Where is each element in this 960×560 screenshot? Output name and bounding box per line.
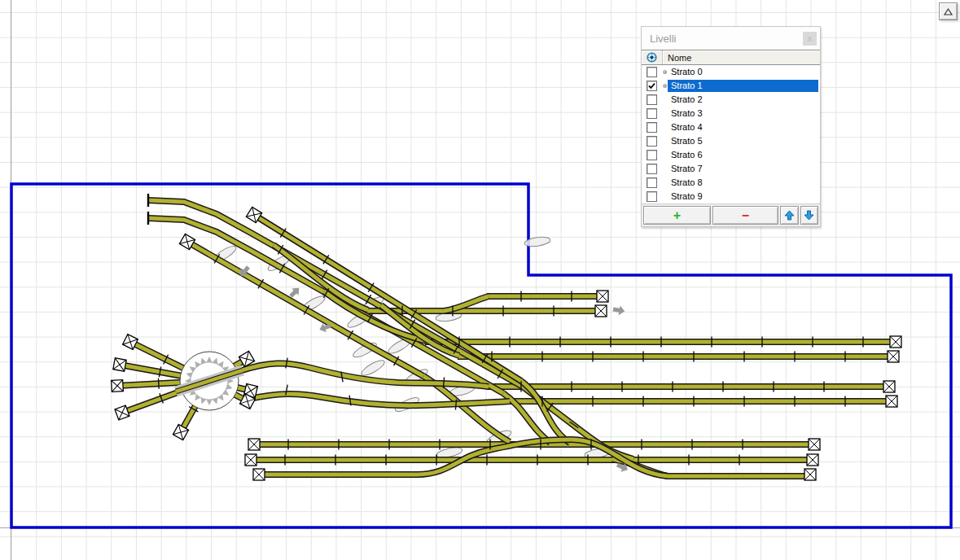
track-endpoint-icon — [112, 380, 124, 392]
layer-visibility-checkbox[interactable] — [647, 94, 657, 105]
layer-list: Strato 0Strato 1Strato 2Strato 3Strato 4… — [642, 65, 820, 203]
buffer-stop-icon — [807, 454, 818, 466]
up-arrow-icon — [784, 210, 795, 221]
layer-row-6[interactable]: Strato 6 — [642, 148, 820, 162]
scroll-up-button[interactable] — [939, 2, 958, 20]
palette-toolbar: + − — [642, 203, 820, 226]
layer-visibility-checkbox[interactable] — [647, 81, 657, 91]
up-triangle-icon — [942, 7, 954, 17]
visibility-wheel-icon — [647, 52, 657, 63]
layers-palette: Livelli x Nome Strato 0Strato 1Stra — [641, 26, 821, 227]
layer-list-header: Nome — [642, 50, 820, 65]
palette-title-bar[interactable]: Livelli x — [642, 27, 820, 50]
layer-visibility-checkbox[interactable] — [647, 108, 657, 119]
layer-row-9[interactable]: Strato 9 — [642, 190, 820, 203]
layer-row-2[interactable]: Strato 2 — [642, 93, 820, 107]
turntable — [117, 342, 251, 432]
layer-visibility-checkbox[interactable] — [647, 122, 657, 133]
layer-name-label: Strato 0 — [668, 66, 818, 78]
layer-visibility-checkbox[interactable] — [647, 177, 657, 188]
layer-visibility-checkbox[interactable] — [647, 150, 657, 160]
plus-icon: + — [673, 208, 681, 223]
buffer-stop-icon — [804, 469, 816, 480]
close-button[interactable]: x — [803, 32, 817, 46]
palette-title: Livelli — [650, 33, 803, 45]
layer-name-label: Strato 2 — [668, 94, 818, 106]
buffer-stop-icon — [809, 439, 820, 450]
layer-visibility-checkbox[interactable] — [647, 191, 657, 202]
layer-name-label: Strato 3 — [668, 107, 818, 120]
layer-row-1[interactable]: Strato 1 — [642, 79, 820, 93]
visibility-column-header[interactable] — [642, 50, 663, 64]
layer-row-5[interactable]: Strato 5 — [642, 134, 820, 148]
layer-row-8[interactable]: Strato 8 — [642, 176, 820, 190]
layer-name-label: Strato 4 — [668, 121, 818, 133]
buffer-stop-icon — [886, 396, 897, 407]
down-arrow-icon — [804, 210, 814, 221]
layer-name-label: Strato 1 — [668, 80, 818, 92]
layer-row-0[interactable]: Strato 0 — [642, 65, 820, 79]
minus-icon: − — [742, 208, 749, 223]
move-layer-down-button[interactable] — [800, 206, 819, 225]
buffer-stop-icon — [890, 336, 901, 348]
buffer-stop-icon — [888, 351, 899, 362]
layer-row-3[interactable]: Strato 3 — [642, 107, 820, 120]
move-layer-up-button[interactable] — [780, 206, 799, 225]
tracks — [148, 200, 896, 476]
buffer-stop-icon — [248, 439, 260, 450]
buffer-stop-icon — [253, 469, 265, 480]
checkmark-icon — [648, 82, 655, 90]
remove-layer-button[interactable]: − — [712, 206, 778, 225]
track-endpoint-icon — [113, 358, 126, 371]
layer-visibility-checkbox[interactable] — [647, 67, 657, 77]
layer-marker-dot-icon — [661, 70, 668, 74]
layer-row-4[interactable]: Strato 4 — [642, 120, 820, 134]
layer-row-7[interactable]: Strato 7 — [642, 162, 820, 176]
layer-visibility-checkbox[interactable] — [647, 136, 657, 147]
layer-name-label: Strato 5 — [668, 135, 818, 147]
buffer-stop-icon — [595, 305, 607, 317]
close-icon: x — [808, 33, 813, 43]
buffer-stop-icon — [883, 381, 895, 392]
buffer-stop-icon — [245, 454, 256, 466]
layer-name-label: Strato 6 — [668, 149, 818, 161]
layer-marker-dot-icon — [661, 84, 668, 88]
layer-name-label: Strato 9 — [668, 190, 818, 203]
name-column-header[interactable]: Nome — [663, 50, 820, 64]
add-layer-button[interactable]: + — [643, 206, 711, 225]
layer-name-label: Strato 7 — [668, 163, 818, 175]
layer-visibility-checkbox[interactable] — [647, 164, 657, 174]
buffer-stop-icon — [597, 291, 608, 302]
app-window: Livelli x Nome Strato 0Strato 1Stra — [0, 0, 960, 560]
layer-name-label: Strato 8 — [668, 177, 818, 189]
